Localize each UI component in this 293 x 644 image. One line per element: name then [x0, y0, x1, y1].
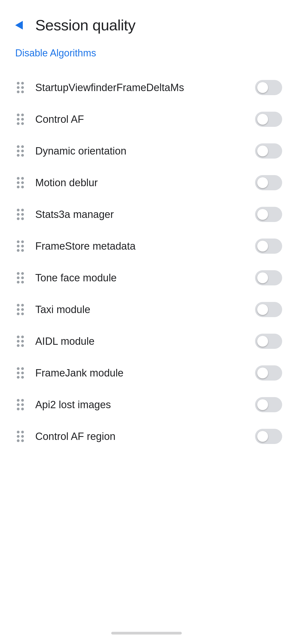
setting-label: FrameJank module: [35, 367, 255, 379]
toggle-track: [255, 143, 282, 159]
home-indicator: [111, 632, 182, 635]
list-item: Dynamic orientation: [0, 136, 293, 166]
setting-label: Dynamic orientation: [35, 145, 255, 157]
toggle-thumb: [257, 177, 268, 188]
list-item: Control AF region: [0, 421, 293, 452]
setting-label: Control AF region: [35, 431, 255, 442]
toggle-thumb: [257, 431, 268, 442]
toggle-track: [255, 112, 282, 127]
toggle-control-af-region[interactable]: [255, 429, 282, 444]
toggle-framestore-metadata[interactable]: [255, 239, 282, 254]
toggle-thumb: [257, 336, 268, 347]
toggle-track: [255, 429, 282, 444]
list-item: AIDL module: [0, 326, 293, 357]
list-item: StartupViewfinderFrameDeltaMs: [0, 72, 293, 103]
toggle-stats3a-manager[interactable]: [255, 207, 282, 222]
header: Session quality: [0, 0, 293, 42]
toggle-track: [255, 334, 282, 349]
back-button[interactable]: [11, 17, 27, 33]
list-item: FrameJank module: [0, 358, 293, 388]
list-item: Tone face module: [0, 263, 293, 293]
setting-label: StartupViewfinderFrameDeltaMs: [35, 82, 255, 94]
setting-label: Control AF: [35, 114, 255, 125]
list-item: Control AF: [0, 104, 293, 135]
section-link: Disable Algorithms: [0, 42, 293, 70]
setting-label: FrameStore metadata: [35, 240, 255, 252]
drag-handle-icon: [11, 399, 30, 410]
toggle-thumb: [257, 114, 268, 125]
toggle-thumb: [257, 272, 268, 283]
list-item: Api2 lost images: [0, 389, 293, 420]
drag-handle-icon: [11, 272, 30, 284]
toggle-thumb: [257, 146, 268, 156]
list-item: FrameStore metadata: [0, 231, 293, 262]
toggle-track: [255, 175, 282, 190]
list-item: Stats3a manager: [0, 199, 293, 230]
toggle-control-af[interactable]: [255, 112, 282, 127]
toggle-taxi-module[interactable]: [255, 302, 282, 317]
drag-handle-icon: [11, 82, 30, 93]
toggle-aidl-module[interactable]: [255, 334, 282, 349]
toggle-thumb: [257, 209, 268, 220]
toggle-thumb: [257, 241, 268, 252]
toggle-track: [255, 207, 282, 222]
drag-handle-icon: [11, 304, 30, 315]
toggle-track: [255, 239, 282, 254]
setting-label: Stats3a manager: [35, 209, 255, 220]
toggle-track: [255, 397, 282, 412]
setting-label: Tone face module: [35, 272, 255, 284]
toggle-motion-deblur[interactable]: [255, 175, 282, 190]
setting-label: Taxi module: [35, 304, 255, 315]
disable-algorithms-link[interactable]: Disable Algorithms: [15, 47, 96, 59]
drag-handle-icon: [11, 367, 30, 379]
setting-label: AIDL module: [35, 336, 255, 347]
setting-label: Api2 lost images: [35, 399, 255, 411]
toggle-startup-viewfinder[interactable]: [255, 80, 282, 95]
toggle-track: [255, 80, 282, 95]
list-item: Taxi module: [0, 294, 293, 325]
drag-handle-icon: [11, 336, 30, 347]
drag-handle-icon: [11, 177, 30, 188]
toggle-framejank-module[interactable]: [255, 365, 282, 381]
toggle-track: [255, 365, 282, 381]
drag-handle-icon: [11, 431, 30, 442]
bottom-bar: [0, 622, 293, 644]
back-arrow-icon: [15, 21, 23, 30]
page-title: Session quality: [35, 16, 135, 34]
toggle-api2-lost-images[interactable]: [255, 397, 282, 412]
list-item: Motion deblur: [0, 168, 293, 198]
drag-handle-icon: [11, 240, 30, 252]
toggle-tone-face-module[interactable]: [255, 270, 282, 285]
toggle-track: [255, 270, 282, 285]
drag-handle-icon: [11, 114, 30, 125]
toggle-thumb: [257, 82, 268, 93]
toggle-thumb: [257, 368, 268, 378]
drag-handle-icon: [11, 209, 30, 220]
setting-label: Motion deblur: [35, 177, 255, 189]
toggle-dynamic-orientation[interactable]: [255, 143, 282, 159]
toggle-thumb: [257, 399, 268, 410]
settings-list: StartupViewfinderFrameDeltaMsControl AFD…: [0, 70, 293, 455]
toggle-track: [255, 302, 282, 317]
drag-handle-icon: [11, 145, 30, 157]
toggle-thumb: [257, 304, 268, 315]
